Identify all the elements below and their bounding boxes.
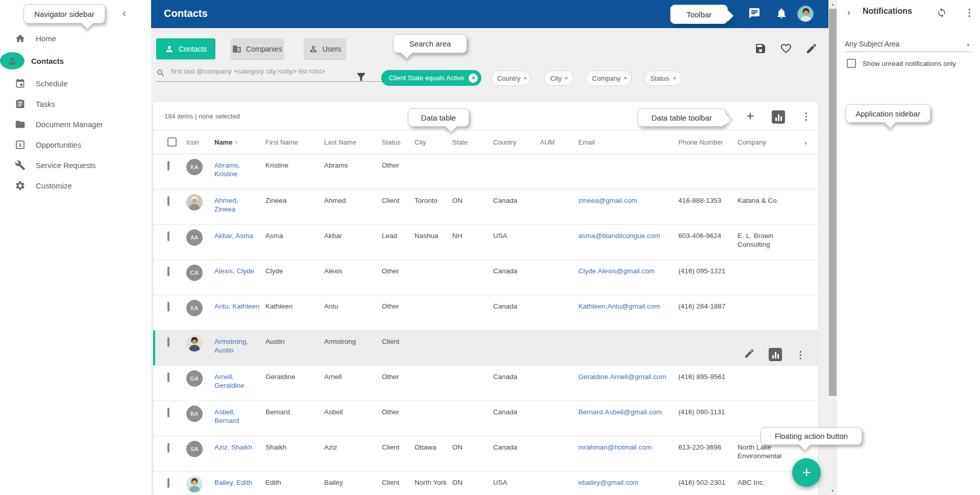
row-checkbox[interactable] bbox=[167, 337, 169, 347]
column-header-first-name[interactable]: First Name bbox=[265, 138, 324, 146]
row-checkbox[interactable] bbox=[167, 478, 169, 488]
row-checkbox[interactable] bbox=[167, 196, 169, 206]
contact-name-link[interactable]: Armstrong, Austin bbox=[214, 338, 248, 354]
column-header-status[interactable]: Status bbox=[382, 138, 414, 146]
add-contact-plus-icon[interactable]: + bbox=[746, 110, 754, 122]
table-row[interactable]: GAArnell, GeraldineGeraldineArnellOtherC… bbox=[153, 366, 818, 401]
search-tab-companies[interactable]: Companies bbox=[231, 38, 284, 59]
chat-icon[interactable] bbox=[748, 7, 761, 21]
column-header-icon[interactable]: Icon bbox=[186, 138, 214, 146]
edit-search-pencil-icon[interactable] bbox=[805, 42, 818, 57]
email-link[interactable]: ebailey@gmail.com bbox=[578, 479, 639, 486]
table-row[interactable]: KAAntu, KathleenKathleenAntuOtherCanadaK… bbox=[153, 295, 818, 331]
column-header-city[interactable]: City bbox=[414, 138, 452, 146]
cell-status: Client bbox=[382, 472, 414, 487]
row-checkbox[interactable] bbox=[167, 372, 169, 382]
email-link[interactable]: Bernard.Asbell@gmail.com bbox=[578, 408, 662, 416]
column-header-country[interactable]: Country bbox=[493, 138, 540, 146]
table-row[interactable]: SAAziz, ShaikhShaikhAzizClientOttawaONCa… bbox=[153, 436, 818, 472]
row-checkbox[interactable] bbox=[167, 443, 169, 453]
filter-chip-client-state[interactable]: Client State equals Active ✕ bbox=[381, 70, 481, 86]
column-header-phone-number[interactable]: Phone Number bbox=[678, 138, 738, 146]
email-link[interactable]: zineea@gmail.com bbox=[578, 197, 637, 204]
email-link[interactable]: Clyde.Alexis@gmail.com bbox=[578, 267, 655, 275]
scroll-up-arrow-icon[interactable]: ▲ bbox=[828, 0, 837, 8]
contact-name-link[interactable]: Arnell, Geraldine bbox=[214, 373, 244, 389]
filter-dropdown-city[interactable]: City▾ bbox=[544, 70, 574, 86]
row-checkbox[interactable] bbox=[167, 302, 169, 312]
table-row[interactable]: AAAkbar, AsmaAsmaAkbarLeadNashuaNHUSAasm… bbox=[153, 225, 818, 260]
table-row[interactable]: BAAsbell, BernardBernardAsbellOtherCanad… bbox=[153, 401, 818, 436]
column-header-email[interactable]: Email bbox=[578, 138, 678, 146]
analytics-icon[interactable] bbox=[772, 110, 785, 124]
filter-dropdown-company[interactable]: Company▾ bbox=[586, 70, 632, 86]
subject-area-dropdown[interactable]: Any Subject Area ▾ bbox=[845, 40, 971, 52]
filter-funnel-icon[interactable] bbox=[355, 71, 367, 85]
building-icon bbox=[232, 44, 241, 54]
sidebar-item-contacts[interactable]: Contacts bbox=[0, 51, 151, 71]
notifications-bell-icon[interactable] bbox=[775, 7, 788, 21]
contact-name-link[interactable]: Akbar, Asma bbox=[214, 232, 253, 240]
more-vert-icon[interactable]: ⋮ bbox=[801, 110, 811, 122]
contact-avatar: AA bbox=[186, 229, 203, 246]
sidebar-item-tasks[interactable]: Tasks bbox=[0, 93, 151, 114]
row-checkbox[interactable] bbox=[167, 161, 169, 171]
cell-last-name: Ahmed bbox=[324, 190, 382, 205]
column-header-aum[interactable]: AUM bbox=[540, 138, 578, 146]
table-row[interactable]: Bailey, EdithEdithBaileyClientNorth York… bbox=[153, 472, 818, 495]
email-link[interactable]: Kathleen.Antu@gmail.com bbox=[578, 302, 660, 310]
sidebar-item-home[interactable]: Home bbox=[0, 28, 151, 49]
more-columns-chevron-icon[interactable]: › bbox=[804, 138, 818, 147]
column-header-last-name[interactable]: Last Name bbox=[324, 138, 382, 146]
more-vert-icon[interactable]: ⋮ bbox=[796, 350, 805, 359]
unread-only-checkbox[interactable] bbox=[847, 59, 856, 68]
sidebar-item-schedule[interactable]: Schedule bbox=[0, 73, 151, 93]
save-search-icon[interactable] bbox=[754, 42, 767, 57]
user-avatar[interactable] bbox=[797, 6, 814, 22]
analytics-icon[interactable] bbox=[769, 348, 782, 361]
edit-pencil-icon[interactable] bbox=[744, 348, 755, 361]
filter-dropdown-country[interactable]: Country▾ bbox=[491, 70, 531, 86]
filter-dropdown-status[interactable]: Status▾ bbox=[644, 70, 682, 86]
table-row[interactable]: CAAlexis, ClydeClydeAlexisOtherCanadaCly… bbox=[153, 260, 818, 295]
contact-name-link[interactable]: Aziz, Shaikh bbox=[214, 443, 252, 451]
tab-label: Contacts bbox=[179, 45, 207, 53]
search-tab-contacts[interactable]: Contacts bbox=[156, 38, 215, 59]
column-header-state[interactable]: State bbox=[452, 138, 493, 146]
table-row[interactable]: Ahmed, ZineeaZineeaAhmedClientTorontoONC… bbox=[153, 190, 818, 225]
email-link[interactable]: Geraldine.Arnell@gmail.com bbox=[578, 373, 666, 381]
contact-name-link[interactable]: Abrams, Kristine bbox=[214, 161, 240, 178]
favorite-heart-icon[interactable] bbox=[780, 42, 792, 57]
search-tab-users[interactable]: Users bbox=[304, 38, 346, 59]
remove-filter-icon[interactable]: ✕ bbox=[469, 74, 478, 83]
cell-company: E. L. Brown Consulting bbox=[738, 225, 804, 249]
main-scrollbar[interactable]: ▲ ▼ bbox=[828, 0, 837, 495]
contact-name-link[interactable]: Bailey, Edith bbox=[214, 479, 252, 486]
sidebar-item-service-requests[interactable]: Service Requests bbox=[0, 155, 151, 175]
table-row[interactable]: Armstrong, AustinAustinArmstrongClient⋮ bbox=[153, 331, 818, 366]
email-link[interactable]: mrahman@hotmail.com bbox=[578, 443, 652, 451]
refresh-sync-icon[interactable] bbox=[937, 8, 947, 20]
select-all-checkbox[interactable] bbox=[167, 137, 177, 147]
scrollbar-thumb[interactable] bbox=[829, 9, 837, 396]
column-header-company[interactable]: Company bbox=[738, 138, 804, 146]
collapse-sidebar-icon[interactable]: ‹ bbox=[122, 7, 126, 19]
sidebar-item-customize[interactable]: Customize bbox=[0, 175, 151, 196]
contact-name-link[interactable]: Antu, Kathleen bbox=[214, 302, 260, 310]
contact-name-link[interactable]: Asbell, Bernard bbox=[214, 408, 239, 425]
floating-action-button[interactable]: + bbox=[792, 458, 821, 487]
scroll-down-arrow-icon[interactable]: ▼ bbox=[828, 487, 837, 495]
sidebar-item-document-manager[interactable]: Document Manager bbox=[0, 114, 151, 134]
collapse-panel-chevron-icon[interactable]: › bbox=[847, 7, 850, 18]
row-checkbox[interactable] bbox=[167, 267, 169, 276]
contact-name-link[interactable]: Alexis, Clyde bbox=[214, 267, 254, 275]
row-checkbox[interactable] bbox=[167, 231, 169, 241]
email-link[interactable]: asma@blanditcongue.com bbox=[578, 232, 660, 240]
row-checkbox[interactable] bbox=[167, 408, 169, 417]
table-row[interactable]: KAAbrams, KristineKristineAbramsOther bbox=[153, 154, 818, 190]
column-header-name[interactable]: Name↑ bbox=[214, 138, 265, 146]
contact-name-link[interactable]: Ahmed, Zineea bbox=[214, 197, 238, 213]
more-vert-icon[interactable]: ⋮ bbox=[965, 7, 974, 18]
cell-status: Other bbox=[382, 401, 414, 416]
sidebar-item-opportunities[interactable]: $Opportunities bbox=[0, 134, 151, 155]
